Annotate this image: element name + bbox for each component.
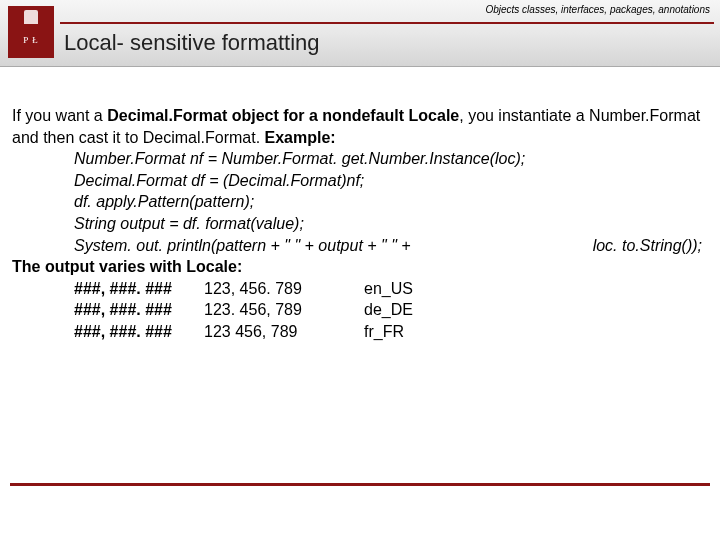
output-varies-label: The output varies with Locale: xyxy=(12,256,708,278)
intro-paragraph: If you want a Decimal.Format object for … xyxy=(12,105,708,148)
logo-text: P Ł xyxy=(23,35,38,45)
logo-shape-icon xyxy=(24,10,38,24)
locale-cell: de_DE xyxy=(364,299,464,321)
intro-text-a: If you want a xyxy=(12,107,107,124)
code-line-4: String output = df. format(value); xyxy=(74,213,708,235)
title-divider xyxy=(60,22,714,24)
code-line-1: Number.Format nf = Number.Format. get.Nu… xyxy=(74,148,708,170)
institution-logo: P Ł xyxy=(8,6,54,58)
breadcrumb: Objects classes, interfaces, packages, a… xyxy=(485,4,710,15)
locale-cell: en_US xyxy=(364,278,464,300)
pattern-cell: ###, ###. ### xyxy=(74,278,204,300)
code-line-5-left: System. out. println(pattern + " " + out… xyxy=(74,235,411,257)
locale-cell: fr_FR xyxy=(364,321,464,343)
table-row: ###, ###. ### 123. 456, 789 de_DE xyxy=(74,299,708,321)
footer-divider xyxy=(10,483,710,486)
intro-text-d: Example: xyxy=(265,129,336,146)
pattern-cell: ###, ###. ### xyxy=(74,321,204,343)
page-title: Local- sensitive formatting xyxy=(64,30,320,56)
content-area: If you want a Decimal.Format object for … xyxy=(0,67,720,343)
header-bar: P Ł Objects classes, interfaces, package… xyxy=(0,0,720,67)
value-cell: 123, 456. 789 xyxy=(204,278,364,300)
code-line-2: Decimal.Format df = (Decimal.Format)nf; xyxy=(74,170,708,192)
code-line-5: System. out. println(pattern + " " + out… xyxy=(74,235,708,257)
intro-text-b: Decimal.Format object for a nondefault L… xyxy=(107,107,459,124)
code-line-5-right: loc. to.String()); xyxy=(593,235,708,257)
pattern-cell: ###, ###. ### xyxy=(74,299,204,321)
table-row: ###, ###. ### 123, 456. 789 en_US xyxy=(74,278,708,300)
value-cell: 123. 456, 789 xyxy=(204,299,364,321)
code-line-3: df. apply.Pattern(pattern); xyxy=(74,191,708,213)
value-cell: 123 456, 789 xyxy=(204,321,364,343)
table-row: ###, ###. ### 123 456, 789 fr_FR xyxy=(74,321,708,343)
